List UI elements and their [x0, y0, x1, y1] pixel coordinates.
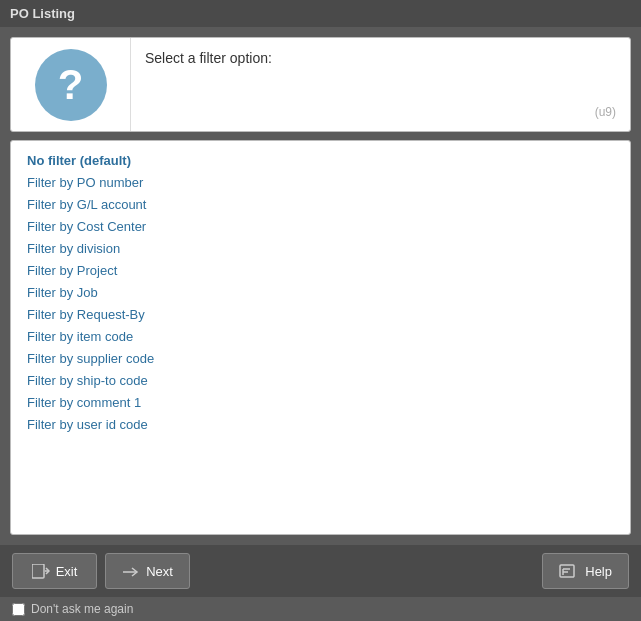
- dont-ask-bar: Don't ask me again: [0, 597, 641, 621]
- filter-link-filter-project[interactable]: Filter by Project: [27, 263, 614, 278]
- exit-button[interactable]: Exit: [12, 553, 97, 589]
- filter-link-filter-ship-to-code[interactable]: Filter by ship-to code: [27, 373, 614, 388]
- filter-link-filter-gl-account[interactable]: Filter by G/L account: [27, 197, 614, 212]
- filter-link-filter-comment-1[interactable]: Filter by comment 1: [27, 395, 614, 410]
- bottom-left-buttons: Exit Next: [12, 553, 190, 589]
- help-label: Help: [585, 564, 612, 579]
- title-bar: PO Listing: [0, 0, 641, 27]
- next-icon: [122, 562, 140, 580]
- filter-link-filter-user-id-code[interactable]: Filter by user id code: [27, 417, 614, 432]
- next-button[interactable]: Next: [105, 553, 190, 589]
- svg-rect-3: [560, 565, 574, 577]
- question-icon-box: ?: [11, 38, 131, 131]
- exit-icon: [32, 562, 50, 580]
- bottom-bar: Exit Next Hel: [0, 545, 641, 597]
- filter-link-filter-supplier-code[interactable]: Filter by supplier code: [27, 351, 614, 366]
- filter-link-filter-po-number[interactable]: Filter by PO number: [27, 175, 614, 190]
- next-label: Next: [146, 564, 173, 579]
- version-label: (u9): [145, 105, 616, 119]
- prompt-text-box: Select a filter option: (u9): [131, 38, 630, 131]
- exit-label: Exit: [56, 564, 78, 579]
- filter-link-filter-cost-center[interactable]: Filter by Cost Center: [27, 219, 614, 234]
- filter-link-filter-job[interactable]: Filter by Job: [27, 285, 614, 300]
- prompt-text: Select a filter option:: [145, 50, 616, 66]
- window-title: PO Listing: [10, 6, 75, 21]
- filter-link-filter-request-by[interactable]: Filter by Request-By: [27, 307, 614, 322]
- dont-ask-checkbox[interactable]: [12, 603, 25, 616]
- filter-link-filter-division[interactable]: Filter by division: [27, 241, 614, 256]
- filter-list-panel: No filter (default)Filter by PO numberFi…: [10, 140, 631, 535]
- dont-ask-label[interactable]: Don't ask me again: [31, 602, 133, 616]
- filter-link-filter-item-code[interactable]: Filter by item code: [27, 329, 614, 344]
- help-button[interactable]: Help: [542, 553, 629, 589]
- help-icon: [559, 562, 579, 580]
- content-area: ? Select a filter option: (u9) No filter…: [0, 27, 641, 545]
- question-icon: ?: [35, 49, 107, 121]
- main-window: PO Listing ? Select a filter option: (u9…: [0, 0, 641, 621]
- svg-rect-0: [32, 564, 44, 578]
- filter-link-no-filter[interactable]: No filter (default): [27, 153, 614, 168]
- top-panel: ? Select a filter option: (u9): [10, 37, 631, 132]
